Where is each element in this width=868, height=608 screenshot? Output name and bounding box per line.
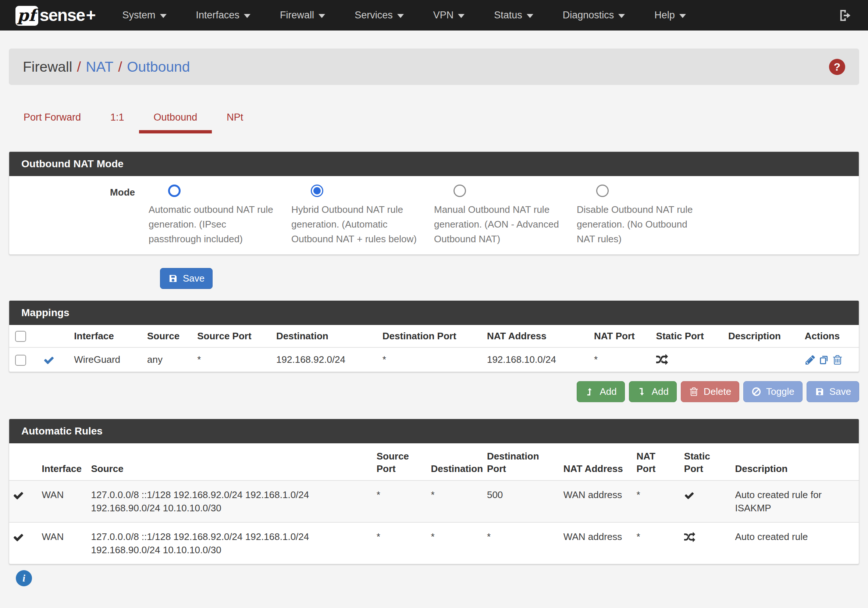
column-header: Interface	[38, 443, 88, 480]
add-rule-top-button[interactable]: Add	[577, 381, 625, 402]
column-header: Source	[88, 443, 373, 480]
tab-port-forward[interactable]: Port Forward	[9, 105, 96, 133]
trash-icon	[689, 387, 699, 397]
column-header: Destination Port	[379, 325, 483, 347]
cell-destination: *	[427, 522, 483, 564]
trash-icon[interactable]	[832, 354, 843, 365]
cell-description: Auto created rule for ISAKMP	[731, 480, 859, 522]
breadcrumb-link-nat[interactable]: NAT	[86, 59, 113, 75]
nav-item-status[interactable]: Status	[494, 9, 533, 21]
column-header: NAT Port	[590, 325, 653, 347]
copy-icon[interactable]	[818, 354, 829, 365]
cell-destination-port: 500	[483, 480, 560, 522]
cell-nat-address: 192.168.10.0/24	[483, 347, 590, 371]
save-button[interactable]: Save	[160, 268, 212, 289]
tab-1-1[interactable]: 1:1	[96, 105, 139, 133]
caret-down-icon	[160, 14, 167, 18]
column-header: Static Port	[680, 443, 732, 480]
radio-disable[interactable]	[596, 184, 609, 197]
automatic-rule-row: WAN 127.0.0.0/8 ::1/128 192.168.92.0/24 …	[9, 480, 859, 522]
mappings-table: Interface Source Source Port Destination…	[9, 325, 859, 371]
automatic-rule-row: WAN 127.0.0.0/8 ::1/128 192.168.92.0/24 …	[9, 522, 859, 564]
nav-item-diagnostics[interactable]: Diagnostics	[563, 9, 625, 21]
tab-outbound[interactable]: Outbound	[139, 105, 212, 133]
column-header: NAT Port	[633, 443, 680, 480]
mappings-header-row: Interface Source Source Port Destination…	[9, 325, 859, 347]
add-rule-bottom-button[interactable]: Add	[629, 381, 677, 402]
mappings-action-buttons: Add Add Delete Toggle Save	[9, 381, 859, 402]
nav-item-label: Interfaces	[196, 9, 240, 21]
button-label: Add	[652, 386, 669, 398]
caret-down-icon	[458, 14, 465, 18]
cell-source: 127.0.0.0/8 ::1/128 192.168.92.0/24 192.…	[88, 480, 373, 522]
floppy-icon	[168, 274, 178, 283]
tab-npt[interactable]: NPt	[212, 105, 258, 133]
column-header: Description	[725, 325, 801, 347]
nat-mode-option-automatic[interactable]: Automatic outbound NAT rule generation. …	[135, 184, 278, 246]
button-label: Add	[600, 386, 617, 398]
pfsense-logo[interactable]: pfsense+	[16, 5, 96, 26]
nav-item-label: Firewall	[280, 9, 314, 21]
radio-hybrid-selected[interactable]	[311, 184, 323, 197]
select-all-checkbox[interactable]	[15, 331, 26, 342]
caret-down-icon	[527, 14, 533, 18]
cell-source-port: *	[373, 522, 427, 564]
nav-item-label: System	[122, 9, 156, 21]
save-button-label: Save	[183, 273, 205, 284]
nat-mode-option-disable[interactable]: Disable Outbound NAT rule generation. (N…	[563, 184, 706, 246]
question-circle-icon[interactable]: ?	[829, 59, 845, 75]
column-header: Actions	[801, 325, 859, 347]
cell-source-port: *	[194, 347, 273, 371]
toggle-button[interactable]: Toggle	[743, 381, 803, 402]
nav-item-firewall[interactable]: Firewall	[280, 9, 325, 21]
shuffle-icon	[656, 354, 668, 366]
nav-item-interfaces[interactable]: Interfaces	[196, 9, 251, 21]
pencil-icon[interactable]	[805, 354, 816, 365]
caret-down-icon	[319, 14, 325, 18]
nav-item-system[interactable]: System	[122, 9, 167, 21]
caret-down-icon	[618, 14, 625, 18]
column-header: Destination	[273, 325, 379, 347]
cell-destination: 192.168.92.0/24	[273, 347, 379, 371]
nav-item-label: VPN	[433, 9, 454, 21]
button-label: Delete	[704, 386, 731, 398]
cell-interface: WAN	[38, 480, 88, 522]
info-circle-icon[interactable]: i	[16, 570, 32, 586]
column-header: NAT Address	[483, 325, 590, 347]
cell-description	[725, 347, 801, 371]
save-mappings-button[interactable]: Save	[807, 381, 859, 402]
column-header: Static Port	[653, 325, 725, 347]
cell-nat-port: *	[633, 480, 680, 522]
nat-mode-option-manual[interactable]: Manual Outbound NAT rule generation. (AO…	[420, 184, 563, 246]
button-label: Save	[829, 386, 851, 398]
check-icon[interactable]	[43, 355, 54, 366]
mappings-panel: Mappings Interface Source Source Port De…	[9, 300, 859, 372]
breadcrumb-link-outbound[interactable]: Outbound	[127, 59, 190, 75]
nav-item-services[interactable]: Services	[355, 9, 404, 21]
nav-item-vpn[interactable]: VPN	[433, 9, 465, 21]
caret-down-icon	[244, 14, 251, 18]
breadcrumb-separator: /	[118, 59, 122, 75]
shuffle-icon	[684, 532, 695, 543]
nav-item-help[interactable]: Help	[654, 9, 686, 21]
column-header: NAT Address	[560, 443, 633, 480]
automatic-rules-header-row: Interface Source Source Port Destination…	[9, 443, 859, 480]
cell-source: any	[143, 347, 194, 371]
sign-out-icon[interactable]	[838, 8, 852, 23]
check-icon	[13, 532, 24, 543]
delete-button[interactable]: Delete	[681, 381, 739, 402]
enabled-column-header	[40, 325, 70, 347]
automatic-rules-panel: Automatic Rules Interface Source Source …	[9, 419, 859, 564]
nat-mode-option-hybrid[interactable]: Hybrid Outbound NAT rule generation. (Au…	[278, 184, 420, 246]
nat-tabs: Port Forward 1:1 Outbound NPt	[9, 105, 859, 133]
column-header: Source Port	[373, 443, 427, 480]
column-header: Destination	[427, 443, 483, 480]
enabled-column-header	[9, 443, 38, 480]
cell-destination-port: *	[483, 522, 560, 564]
radio-automatic[interactable]	[168, 184, 181, 197]
radio-manual[interactable]	[454, 184, 466, 197]
outbound-nat-mode-panel: Outbound NAT Mode Mode Automatic outboun…	[9, 152, 859, 255]
nav-menu: System Interfaces Firewall Services VPN …	[122, 9, 715, 21]
select-row-checkbox[interactable]	[15, 355, 26, 366]
column-header: Source Port	[194, 325, 273, 347]
